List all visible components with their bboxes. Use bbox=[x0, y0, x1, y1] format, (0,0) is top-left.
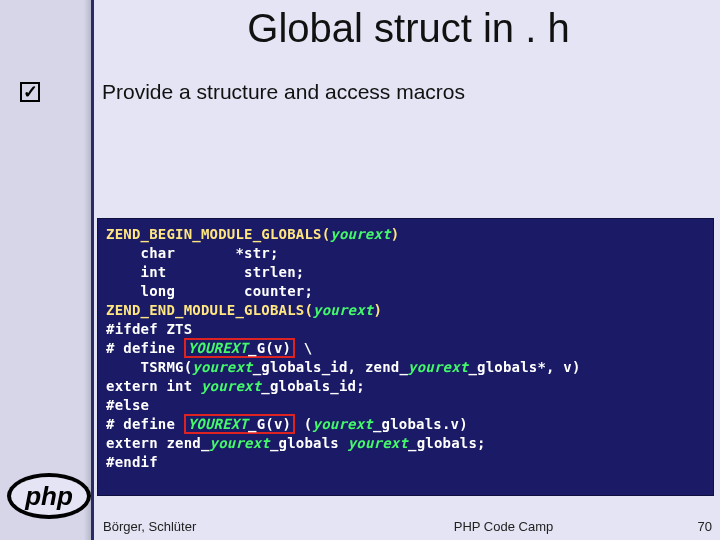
code-token: TSRMG( bbox=[106, 359, 192, 375]
code-token: _globals_id; bbox=[261, 378, 365, 394]
code-token: ZEND_END_MODULE_GLOBALS( bbox=[106, 302, 313, 318]
code-placeholder: yourext bbox=[313, 416, 373, 432]
code-placeholder: yourext bbox=[330, 226, 390, 242]
code-token: _globals bbox=[270, 435, 348, 451]
code-token: _G(v) bbox=[248, 416, 291, 432]
code-line: #ifdef ZTS bbox=[106, 321, 192, 337]
footer-authors: Börger, Schlüter bbox=[97, 519, 337, 534]
code-placeholder: yourext bbox=[408, 359, 468, 375]
left-sidebar bbox=[0, 0, 94, 540]
code-line: int strlen; bbox=[106, 264, 304, 280]
slide: Global struct in . h ✓ Provide a structu… bbox=[0, 0, 720, 540]
code-token: extern int bbox=[106, 378, 201, 394]
code-token: _globals_id, zend_ bbox=[253, 359, 408, 375]
code-token: # define bbox=[106, 340, 184, 356]
slide-title: Global struct in . h bbox=[97, 6, 720, 51]
code-block: ZEND_BEGIN_MODULE_GLOBALS(yourext) char … bbox=[97, 218, 714, 496]
code-placeholder: yourext bbox=[210, 435, 270, 451]
check-glyph: ✓ bbox=[23, 83, 38, 101]
code-line: #endif bbox=[106, 454, 158, 470]
code-token: ) bbox=[391, 226, 400, 242]
code-token: # define bbox=[106, 416, 184, 432]
php-logo-icon: php bbox=[6, 472, 92, 520]
macro-highlight: YOUREXT_G(v) bbox=[184, 414, 296, 434]
footer-page: 70 bbox=[670, 519, 720, 534]
code-token: _G(v) bbox=[248, 340, 291, 356]
code-token: extern zend_ bbox=[106, 435, 210, 451]
code-token: ZEND_BEGIN_MODULE_GLOBALS( bbox=[106, 226, 330, 242]
code-token: ( bbox=[295, 416, 312, 432]
bullet-text: Provide a structure and access macros bbox=[102, 80, 465, 104]
code-token: _globals*, v) bbox=[468, 359, 580, 375]
code-token: _globals; bbox=[408, 435, 486, 451]
code-placeholder: yourext bbox=[192, 359, 252, 375]
php-logo-text: php bbox=[24, 481, 73, 511]
code-placeholder: YOUREXT bbox=[188, 416, 248, 432]
code-token: ) bbox=[374, 302, 383, 318]
code-token: \ bbox=[295, 340, 312, 356]
code-line: #else bbox=[106, 397, 149, 413]
macro-highlight: YOUREXT_G(v) bbox=[184, 338, 296, 358]
code-token: _globals.v) bbox=[373, 416, 468, 432]
footer-title: PHP Code Camp bbox=[337, 519, 670, 534]
code-placeholder: yourext bbox=[313, 302, 373, 318]
code-line: long counter; bbox=[106, 283, 313, 299]
footer: Börger, Schlüter PHP Code Camp 70 bbox=[97, 519, 720, 534]
code-placeholder: YOUREXT bbox=[188, 340, 248, 356]
code-placeholder: yourext bbox=[201, 378, 261, 394]
code-placeholder: yourext bbox=[348, 435, 408, 451]
code-line: char *str; bbox=[106, 245, 279, 261]
checkbox-icon: ✓ bbox=[20, 82, 40, 102]
